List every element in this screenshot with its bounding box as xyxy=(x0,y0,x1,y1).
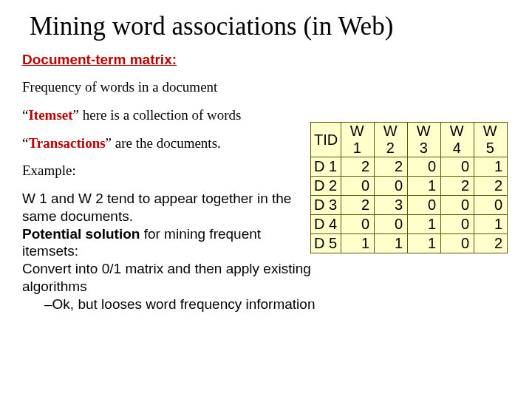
transactions-rest: are the documents. xyxy=(112,135,221,151)
row-id: D 4 xyxy=(311,215,341,234)
cell: 2 xyxy=(341,157,375,177)
cell: 0 xyxy=(441,157,474,177)
transactions-line: “Transactions” are the documents. xyxy=(22,134,318,152)
table-header-row: TID W 1 W 2 W 3 W 4 W 5 xyxy=(311,123,508,157)
page-title: Mining word associations (in Web) xyxy=(30,12,510,41)
col-tid: TID xyxy=(311,123,341,157)
potential-line: Potential solution for mining frequent i… xyxy=(22,225,318,261)
col-w5: W 5 xyxy=(474,123,508,157)
col-w1: W 1 xyxy=(341,123,375,157)
row-id: D 5 xyxy=(311,234,341,253)
col-w2: W 2 xyxy=(375,123,408,157)
cell: 2 xyxy=(441,177,474,196)
cell: 0 xyxy=(375,215,408,234)
cell: 0 xyxy=(408,196,441,215)
cell: 0 xyxy=(474,196,508,215)
cell: 2 xyxy=(375,157,408,177)
ok-line: –Ok, but looses word frequency informati… xyxy=(44,296,318,313)
matrix-body: D 1 2 2 0 0 1 D 2 0 0 1 2 2 D 3 2 xyxy=(311,157,508,253)
cell: 0 xyxy=(408,157,441,177)
slide: Mining word associations (in Web) Docume… xyxy=(0,0,532,399)
cell: 2 xyxy=(341,196,375,215)
col-w3: W 3 xyxy=(408,123,441,157)
cell: 0 xyxy=(375,177,408,196)
cell: 0 xyxy=(441,215,474,234)
cell: 2 xyxy=(474,177,508,196)
example-text-1: W 1 and W 2 tend to appear together in t… xyxy=(22,190,318,225)
table-row: D 2 0 0 1 2 2 xyxy=(311,177,508,196)
convert-line: Convert into 0/1 matrix and then apply e… xyxy=(22,260,318,296)
cell: 1 xyxy=(408,177,441,196)
col-w4: W 4 xyxy=(441,123,474,157)
cell: 2 xyxy=(474,234,508,253)
left-column: Frequency of words in a document “Itemse… xyxy=(22,78,318,313)
cell: 1 xyxy=(474,157,508,177)
close-quote: ” xyxy=(73,107,79,123)
cell: 0 xyxy=(341,177,375,196)
cell: 1 xyxy=(341,234,375,253)
cell: 0 xyxy=(441,196,474,215)
itemset-rest: here is a collection of words xyxy=(79,107,241,123)
table-row: D 1 2 2 0 0 1 xyxy=(311,157,508,177)
example-label: Example: xyxy=(22,162,318,180)
table-row: D 4 0 0 1 0 1 xyxy=(311,215,508,234)
row-id: D 3 xyxy=(311,196,341,215)
document-term-matrix: TID W 1 W 2 W 3 W 4 W 5 D 1 2 2 0 0 1 xyxy=(310,122,508,253)
row-id: D 2 xyxy=(311,177,341,196)
potential-bold: Potential solution xyxy=(22,226,140,242)
table-row: D 5 1 1 1 0 2 xyxy=(311,234,508,253)
close-quote: ” xyxy=(106,135,112,151)
cell: 1 xyxy=(408,234,441,253)
table-row: D 3 2 3 0 0 0 xyxy=(311,196,508,215)
cell: 1 xyxy=(474,215,508,234)
cell: 1 xyxy=(375,234,408,253)
transactions-term: Transactions xyxy=(28,135,105,151)
cell: 0 xyxy=(341,215,375,234)
row-id: D 1 xyxy=(311,157,341,177)
matrix-table: TID W 1 W 2 W 3 W 4 W 5 D 1 2 2 0 0 1 xyxy=(310,122,508,253)
itemset-term: Itemset xyxy=(28,107,72,123)
cell: 1 xyxy=(408,215,441,234)
cell: 3 xyxy=(375,196,408,215)
subheading: Document-term matrix: xyxy=(22,52,510,68)
cell: 0 xyxy=(441,234,474,253)
itemset-line: “Itemset” here is a collection of words xyxy=(22,106,318,124)
frequency-line: Frequency of words in a document xyxy=(22,78,318,96)
example-body: W 1 and W 2 tend to appear together in t… xyxy=(22,190,318,313)
